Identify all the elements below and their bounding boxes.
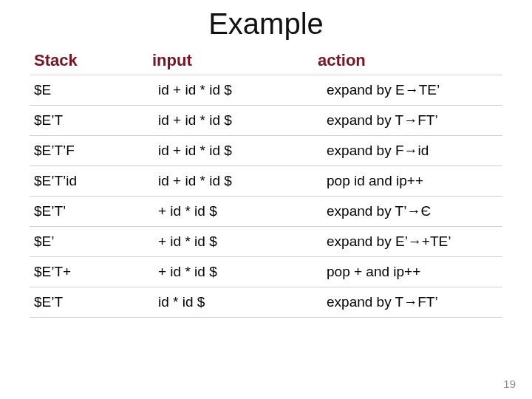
col-header-action: action: [313, 48, 502, 75]
cell-input: id + id * id $: [148, 166, 313, 197]
cell-action: expand by E’→+TE’: [313, 227, 502, 257]
table-row: $E’T id + id * id $ expand by T→FT’: [30, 106, 502, 136]
parse-trace-table: Stack input action $E id + id * id $ exp…: [30, 48, 502, 318]
table-row: $E’T’ + id * id $ expand by T’→Є: [30, 197, 502, 227]
cell-action: expand by T’→Є: [313, 197, 502, 227]
cell-input: id + id * id $: [148, 106, 313, 136]
cell-input: + id * id $: [148, 257, 313, 287]
cell-action: expand by E→TE’: [313, 75, 502, 106]
cell-stack: $E’T’: [30, 197, 148, 227]
table-row: $E’T id * id $ expand by T→FT’: [30, 287, 502, 318]
col-header-stack: Stack: [30, 48, 148, 75]
cell-stack: $E’T’F: [30, 136, 148, 166]
table-row: $E’T’id id + id * id $ pop id and ip++: [30, 166, 502, 197]
cell-input: id + id * id $: [148, 75, 313, 106]
slide: Example Stack input action $E id + id * …: [0, 0, 532, 399]
cell-stack: $E’T’id: [30, 166, 148, 197]
table-row: $E’T+ + id * id $ pop + and ip++: [30, 257, 502, 287]
cell-stack: $E’: [30, 227, 148, 257]
cell-action: expand by T→FT’: [313, 106, 502, 136]
cell-action: expand by T→FT’: [313, 287, 502, 318]
cell-input: + id * id $: [148, 197, 313, 227]
cell-action: pop + and ip++: [313, 257, 502, 287]
table-row: $E’T’F id + id * id $ expand by F→id: [30, 136, 502, 166]
cell-stack: $E’T+: [30, 257, 148, 287]
table-row: $E id + id * id $ expand by E→TE’: [30, 75, 502, 106]
page-title: Example: [30, 7, 502, 41]
cell-input: id + id * id $: [148, 136, 313, 166]
cell-stack: $E’T: [30, 287, 148, 318]
cell-action: pop id and ip++: [313, 166, 502, 197]
cell-stack: $E’T: [30, 106, 148, 136]
cell-action: expand by F→id: [313, 136, 502, 166]
col-header-input: input: [148, 48, 313, 75]
cell-stack: $E: [30, 75, 148, 106]
table-header-row: Stack input action: [30, 48, 502, 75]
cell-input: + id * id $: [148, 227, 313, 257]
cell-input: id * id $: [148, 287, 313, 318]
table-row: $E’ + id * id $ expand by E’→+TE’: [30, 227, 502, 257]
page-number: 19: [503, 378, 516, 390]
